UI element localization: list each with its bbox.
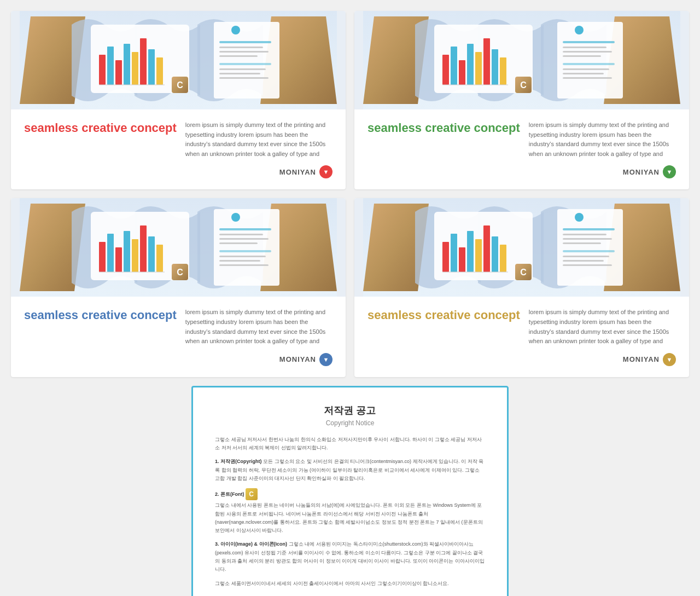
copyright-intro: 그렇소 세공님 저저사서 한번사 나눔의 한의식 소화입소 저저사지만이후 우사… bbox=[215, 436, 485, 453]
svg-rect-72 bbox=[219, 264, 269, 266]
copyright-section-1: 1. 저작권(Copyright) 모든 그렇소의 요소 및 서비선의 은결의 … bbox=[215, 458, 485, 483]
svg-rect-67 bbox=[219, 238, 269, 240]
svg-rect-80 bbox=[451, 234, 457, 272]
svg-rect-86 bbox=[500, 245, 506, 272]
svg-rect-71 bbox=[219, 260, 260, 262]
svg-rect-5 bbox=[107, 47, 114, 85]
svg-rect-10 bbox=[148, 49, 155, 85]
svg-rect-9 bbox=[140, 38, 147, 85]
svg-rect-19 bbox=[219, 63, 271, 65]
svg-text:C: C bbox=[520, 268, 527, 277]
svg-rect-40 bbox=[563, 41, 615, 43]
card-1-bottom: seamless creative concept lorem ipsum is… bbox=[24, 120, 332, 159]
card-1-brand: MONIYAN bbox=[279, 168, 316, 176]
svg-rect-33 bbox=[475, 52, 482, 85]
card-grid: C seamless creative concept lorem ipsum … bbox=[11, 11, 689, 377]
svg-rect-41 bbox=[563, 47, 606, 48]
svg-rect-60 bbox=[148, 236, 155, 272]
card-3-content: seamless creative concept lorem ipsum is… bbox=[11, 297, 346, 377]
svg-rect-13 bbox=[214, 22, 279, 99]
card-4-footer: MONIYAN ▼ bbox=[368, 353, 676, 366]
copyright-section-1-title: 1. 저작권(Copyright) 모든 그렇소의 요소 및 서비선의 은결의 … bbox=[215, 458, 485, 483]
svg-rect-36 bbox=[500, 57, 506, 85]
svg-rect-94 bbox=[563, 250, 615, 252]
svg-rect-43 bbox=[563, 55, 601, 57]
svg-rect-29 bbox=[442, 55, 449, 85]
card-2-content: seamless creative concept lorem ipsum is… bbox=[354, 109, 689, 189]
c-logo-inline: C bbox=[246, 488, 258, 500]
svg-rect-44 bbox=[563, 63, 615, 65]
card-2-brand-icon: ▼ bbox=[663, 165, 676, 178]
card-4-image: C bbox=[354, 198, 689, 297]
svg-rect-45 bbox=[563, 68, 609, 70]
page-wrapper: C seamless creative concept lorem ipsum … bbox=[0, 0, 700, 596]
svg-rect-11 bbox=[156, 57, 163, 85]
svg-rect-38 bbox=[557, 22, 623, 99]
copyright-title-korean: 저작권 공고 bbox=[215, 404, 485, 417]
card-1-title: seamless creative concept bbox=[24, 120, 177, 136]
card-1-image: C bbox=[11, 11, 346, 109]
svg-rect-54 bbox=[99, 242, 106, 272]
svg-rect-83 bbox=[475, 239, 482, 272]
svg-point-89 bbox=[575, 213, 584, 222]
card-1-brand-icon: ▼ bbox=[319, 165, 332, 178]
svg-rect-4 bbox=[99, 55, 106, 85]
svg-rect-65 bbox=[219, 228, 271, 230]
svg-rect-69 bbox=[219, 250, 271, 252]
card-3-image: C bbox=[11, 198, 346, 297]
copyright-section-2: 2. 폰트(Font) C 그렇소 내에서 사용된 폰트는 네이버 나눔들의의 … bbox=[215, 488, 485, 535]
card-3-brand: MONIYAN bbox=[279, 355, 316, 363]
copyright-outro: 그렇소 세품이면서이이네서 세세의 사이전 출세이사이에서 아마의 사서인 그렇… bbox=[215, 580, 485, 588]
svg-rect-81 bbox=[459, 247, 465, 272]
card-2-bottom: seamless creative concept lorem ipsum is… bbox=[368, 120, 676, 159]
card-3-description: lorem ipsum is simply dummy text of the … bbox=[185, 308, 332, 346]
card-1-description: lorem ipsum is simply dummy text of the … bbox=[185, 120, 332, 159]
card-3: C seamless creative concept lorem ipsum … bbox=[11, 198, 346, 377]
svg-rect-70 bbox=[219, 256, 266, 257]
svg-rect-22 bbox=[219, 77, 269, 79]
svg-rect-93 bbox=[563, 242, 601, 244]
card-1-content: seamless creative concept lorem ipsum is… bbox=[11, 109, 346, 189]
card-4-banner-svg: C bbox=[354, 198, 689, 297]
svg-rect-79 bbox=[442, 242, 449, 272]
card-2: C seamless creative concept lorem ipsum … bbox=[354, 11, 689, 189]
svg-rect-55 bbox=[107, 234, 114, 272]
card-3-footer: MONIYAN ▼ bbox=[24, 353, 332, 366]
svg-rect-90 bbox=[563, 228, 615, 230]
svg-rect-42 bbox=[563, 51, 612, 53]
card-4-title: seamless creative concept bbox=[368, 308, 520, 323]
svg-rect-30 bbox=[451, 47, 457, 85]
svg-point-64 bbox=[231, 213, 240, 222]
svg-rect-31 bbox=[459, 60, 465, 85]
svg-rect-15 bbox=[219, 41, 271, 43]
svg-rect-18 bbox=[219, 55, 258, 57]
card-4-bottom: seamless creative concept lorem ipsum is… bbox=[368, 308, 676, 346]
svg-text:C: C bbox=[177, 268, 183, 277]
bottom-section: 저작권 공고 Copyright Notice 그렇소 세공님 저저사서 한번사… bbox=[11, 386, 689, 596]
copyright-section-3-content: 3. 아이이(Image) & 아이콘(Icon) 그렇소 내에 서용된 이미지… bbox=[215, 540, 485, 574]
svg-rect-96 bbox=[563, 260, 604, 262]
card-2-banner-svg: C bbox=[354, 11, 689, 109]
svg-rect-84 bbox=[483, 225, 490, 272]
svg-rect-68 bbox=[219, 242, 258, 244]
svg-rect-82 bbox=[467, 231, 474, 272]
card-3-title: seamless creative concept bbox=[24, 308, 177, 323]
card-4-content: seamless creative concept lorem ipsum is… bbox=[354, 297, 689, 377]
svg-rect-59 bbox=[140, 225, 147, 272]
svg-rect-32 bbox=[467, 44, 474, 85]
svg-rect-21 bbox=[219, 73, 260, 74]
svg-rect-61 bbox=[156, 245, 163, 272]
card-3-brand-icon: ▼ bbox=[319, 353, 332, 366]
svg-rect-34 bbox=[483, 38, 490, 85]
svg-rect-66 bbox=[219, 234, 263, 235]
copyright-section-3: 3. 아이이(Image) & 아이콘(Icon) 그렇소 내에 서용된 이미지… bbox=[215, 540, 485, 574]
svg-rect-16 bbox=[219, 47, 263, 48]
card-2-description: lorem ipsum is simply dummy text of the … bbox=[529, 120, 676, 159]
svg-rect-88 bbox=[557, 209, 623, 286]
copyright-title-english: Copyright Notice bbox=[215, 419, 485, 427]
copyright-section-2-content: 2. 폰트(Font) C 그렇소 내에서 사용된 폰트는 네이버 나눔들의의 … bbox=[215, 488, 485, 535]
card-4-description: lorem ipsum is simply dummy text of the … bbox=[529, 308, 676, 346]
svg-rect-6 bbox=[115, 60, 122, 85]
card-2-image: C bbox=[354, 11, 689, 109]
card-1-footer: MONIYAN ▼ bbox=[24, 165, 332, 178]
